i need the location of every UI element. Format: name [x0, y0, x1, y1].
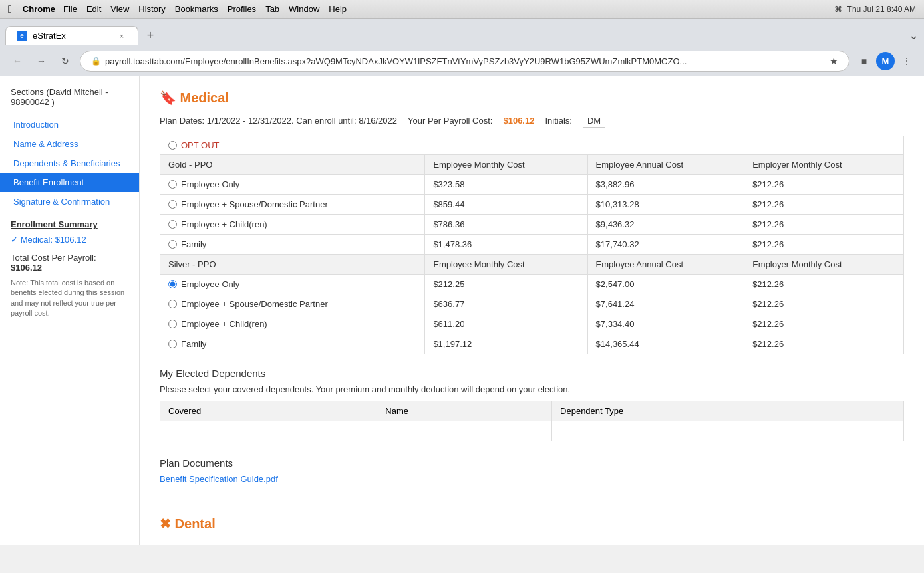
tab-title: eStratEx [33, 31, 66, 41]
gold-children-radio[interactable] [168, 220, 177, 229]
silver-children-monthly: $611.20 [425, 314, 587, 334]
bookmark-star-icon[interactable]: ★ [830, 56, 838, 66]
gold-employee-only-radio[interactable] [168, 180, 177, 189]
silver-spouse-annual: $7,641.24 [587, 294, 744, 314]
total-cost-label: Total Cost Per Payroll: $106.12 [0, 247, 139, 275]
main-content: 🔖 Medical Plan Dates: 1/1/2022 - 12/31/2… [140, 76, 924, 545]
help-menu[interactable]: Help [329, 4, 347, 14]
gold-ppo-header-row: Gold - PPO Employee Monthly Cost Employe… [160, 155, 904, 175]
history-menu[interactable]: History [138, 4, 165, 14]
empty-name-cell [377, 421, 552, 441]
gold-spouse-radio[interactable] [168, 200, 177, 209]
active-tab[interactable]: e eStratEx × [5, 26, 138, 45]
gold-children-employer: $212.26 [744, 215, 904, 235]
sidebar-item-dependents[interactable]: Dependents & Beneficiaries [0, 154, 139, 173]
gold-col-annual: Employee Annual Cost [587, 155, 744, 175]
dependents-empty-row [160, 421, 904, 441]
tab-menu[interactable]: Tab [265, 4, 279, 14]
plan-info-bar: Plan Dates: 1/1/2022 - 12/31/2022. Can e… [160, 114, 904, 128]
extensions-icon[interactable]: ■ [855, 52, 873, 70]
apple-logo-icon:  [8, 3, 12, 15]
gold-family-employer: $212.26 [744, 235, 904, 255]
window-menu[interactable]: Window [289, 4, 319, 14]
sidebar-item-signature[interactable]: Signature & Confirmation [0, 192, 139, 211]
time-display: Thu Jul 21 8:40 AM [847, 5, 916, 14]
silver-children-option: Employee + Child(ren) [160, 314, 425, 334]
silver-employee-only-radio[interactable] [168, 280, 177, 288]
gold-spouse-monthly: $859.44 [425, 195, 587, 215]
back-button[interactable]: ← [8, 52, 27, 70]
gold-family-monthly: $1,478.36 [425, 235, 587, 255]
silver-family-radio[interactable] [168, 340, 177, 348]
file-menu[interactable]: File [63, 4, 77, 14]
silver-spouse-radio[interactable] [168, 300, 177, 308]
table-row: Employee + Child(ren) $786.36 $9,436.32 … [160, 215, 904, 235]
reload-button[interactable]: ↻ [56, 52, 75, 70]
table-row: Employee + Spouse/Domestic Partner $859.… [160, 195, 904, 215]
dependent-type-col-header: Dependent Type [552, 401, 904, 421]
silver-col-monthly: Employee Monthly Cost [425, 255, 587, 275]
silver-col-employer: Employer Monthly Cost [744, 255, 904, 275]
forward-button[interactable]: → [32, 52, 51, 70]
dependents-title: My Elected Dependents [160, 368, 904, 379]
page-content: Sections (David Mitchell - 98900042 ) In… [0, 76, 924, 545]
tab-favicon: e [17, 31, 27, 41]
gold-col-employer: Employer Monthly Cost [744, 155, 904, 175]
empty-covered-cell [160, 421, 377, 441]
opt-out-radio[interactable] [168, 141, 177, 150]
silver-children-annual: $7,334.40 [587, 314, 744, 334]
silver-employee-only-option: Employee Only [160, 275, 425, 294]
benefit-spec-guide-link[interactable]: Benefit Specification Guide.pdf [160, 474, 278, 484]
payroll-cost-label: Your Per Payroll Cost: [408, 116, 492, 126]
mac-menubar:  Chrome File Edit View History Bookmark… [0, 0, 924, 19]
bookmarks-menu[interactable]: Bookmarks [175, 4, 218, 14]
opt-out-label[interactable]: OPT OUT [168, 140, 895, 150]
medical-icon: 🔖 [160, 90, 176, 105]
sidebar-note: Note: This total cost is based on benefi… [0, 275, 139, 322]
profiles-menu[interactable]: Profiles [228, 4, 256, 14]
view-menu[interactable]: View [110, 4, 129, 14]
address-bar: ← → ↻ 🔒 payroll.toasttab.com/Employee/en… [0, 47, 924, 76]
gold-employee-only-annual: $3,882.96 [587, 175, 744, 195]
gold-employee-only-option: Employee Only [160, 175, 425, 195]
plan-documents-title: Plan Documents [160, 457, 904, 469]
minimize-icon[interactable]: ⌄ [909, 28, 919, 43]
sidebar-item-benefit-enrollment[interactable]: Benefit Enrollment [0, 173, 139, 192]
profile-icon[interactable]: M [876, 52, 895, 70]
wifi-icon: ⌘ [834, 5, 842, 14]
sidebar-item-name-address[interactable]: Name & Address [0, 134, 139, 154]
edit-menu[interactable]: Edit [86, 4, 101, 14]
medical-summary-link[interactable]: Medical: $106.12 [21, 235, 86, 245]
plan-dates: Plan Dates: 1/1/2022 - 12/31/2022. Can e… [160, 116, 397, 126]
browser-chrome: e eStratEx × + ⌄ ← → ↻ 🔒 payroll.toastta… [0, 19, 924, 76]
benefits-table: OPT OUT Gold - PPO Employee Monthly Cost… [160, 136, 904, 354]
url-text: payroll.toasttab.com/Employee/enrollInBe… [105, 57, 824, 66]
new-tab-button[interactable]: + [141, 26, 160, 45]
dental-section-title: ✖ Dental [160, 516, 904, 532]
gold-spouse-option: Employee + Spouse/Domestic Partner [160, 195, 425, 215]
total-cost-value: $106.12 [11, 263, 42, 273]
tab-bar: e eStratEx × + ⌄ [0, 19, 924, 47]
chrome-app-menu[interactable]: Chrome [23, 4, 55, 14]
mac-status-icons: ⌘ Thu Jul 21 8:40 AM [834, 5, 916, 14]
sidebar-item-introduction[interactable]: Introduction [0, 115, 139, 134]
silver-employee-only-monthly: $212.25 [425, 275, 587, 294]
enrollment-summary-title: Enrollment Summary [0, 211, 139, 232]
silver-family-employer: $212.26 [744, 334, 904, 354]
silver-col-annual: Employee Annual Cost [587, 255, 744, 275]
gold-children-annual: $9,436.32 [587, 215, 744, 235]
silver-ppo-header-row: Silver - PPO Employee Monthly Cost Emplo… [160, 255, 904, 275]
silver-ppo-plan-name: Silver - PPO [160, 255, 425, 275]
dependents-table: Covered Name Dependent Type [160, 401, 904, 441]
tab-close-button[interactable]: × [116, 31, 127, 41]
gold-spouse-employer: $212.26 [744, 195, 904, 215]
address-input[interactable]: 🔒 payroll.toasttab.com/Employee/enrollIn… [80, 51, 849, 72]
sidebar: Sections (David Mitchell - 98900042 ) In… [0, 76, 140, 545]
dependents-header-row: Covered Name Dependent Type [160, 401, 904, 421]
browser-right-icons: ■ M ⋮ [855, 52, 916, 70]
dependents-description: Please select your covered dependents. Y… [160, 384, 904, 394]
more-options-button[interactable]: ⋮ [897, 52, 916, 70]
silver-children-radio[interactable] [168, 320, 177, 328]
gold-family-radio[interactable] [168, 240, 177, 249]
gold-children-monthly: $786.36 [425, 215, 587, 235]
